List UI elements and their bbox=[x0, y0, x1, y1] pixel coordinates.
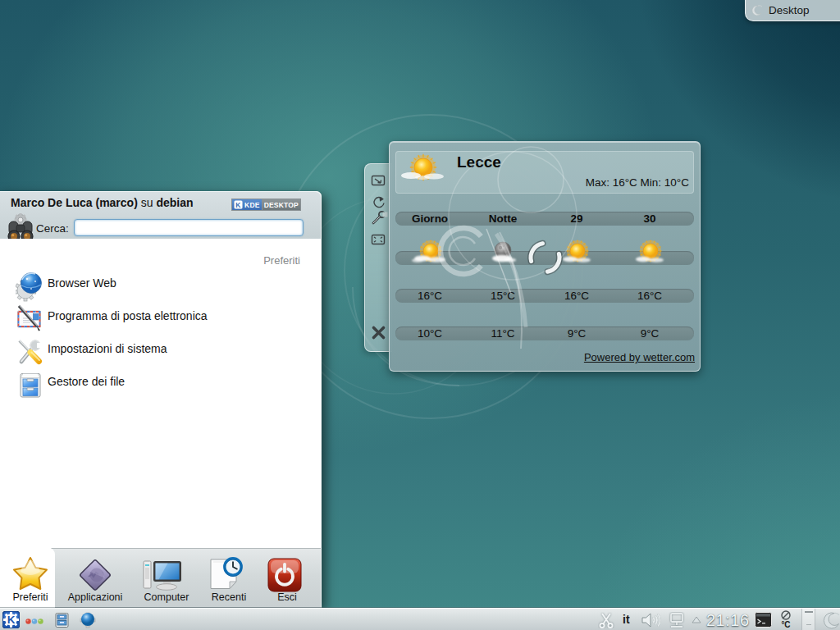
svg-text:K: K bbox=[7, 614, 16, 626]
svg-text:K: K bbox=[235, 201, 241, 209]
svg-text:°C: °C bbox=[781, 620, 790, 629]
